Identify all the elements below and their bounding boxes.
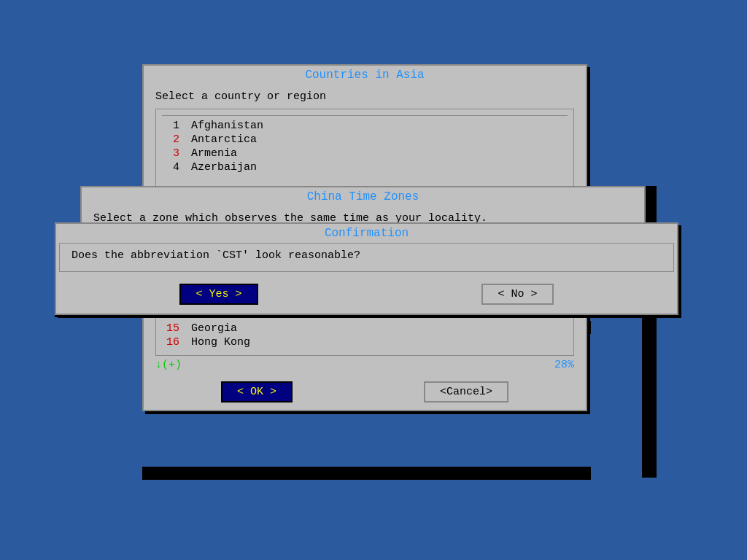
timezone-title-text: China Time Zones <box>307 190 419 203</box>
countries-window: Countries in Asia Select a country or re… <box>142 64 587 203</box>
cancel-button[interactable]: <Cancel> <box>424 381 508 402</box>
item-name: Hong Kong <box>191 336 250 349</box>
confirm-title: Confirmation <box>56 224 677 243</box>
confirmation-window: Confirmation Does the abbreviation `CST'… <box>55 222 678 315</box>
item-name: Afghanistan <box>191 120 263 132</box>
item-num: 2 <box>162 133 179 146</box>
list-item[interactable]: 15 Georgia <box>162 322 568 335</box>
no-button[interactable]: < No > <box>481 284 553 305</box>
ok-button[interactable]: < OK > <box>221 381 293 402</box>
item-num: 15 <box>162 322 179 335</box>
list-item[interactable]: 2 Antarctica <box>162 133 568 147</box>
countries-window-bottom: 15 Georgia 16 Hong Kong ↓(+) 28% < OK > … <box>142 314 587 411</box>
countries-button-row: < OK > <Cancel> <box>144 374 586 410</box>
countries-footer: ↓(+) 28% <box>144 356 586 374</box>
item-name: Armenia <box>191 147 237 160</box>
item-num: 16 <box>162 336 179 349</box>
list-item[interactable]: 4 Azerbaijan <box>162 160 568 174</box>
item-num: 3 <box>162 147 179 160</box>
confirm-button-row: < Yes > < No > <box>56 278 677 314</box>
countries-title: Countries in Asia <box>144 66 586 85</box>
timezone-title: China Time Zones <box>82 187 644 206</box>
list-item[interactable]: 1 Afghanistan <box>162 119 568 133</box>
item-name: Georgia <box>191 322 237 335</box>
countries-list-bottom: 15 Georgia 16 Hong Kong <box>155 315 574 356</box>
confirm-question: Does the abbreviation `CST' look reasona… <box>59 243 674 272</box>
list-item[interactable]: 3 Armenia <box>162 147 568 160</box>
confirm-question-text: Does the abbreviation `CST' look reasona… <box>71 249 360 262</box>
item-name: Azerbaijan <box>191 161 257 174</box>
countries-subtitle: Select a country or region <box>155 90 574 103</box>
yes-button[interactable]: < Yes > <box>179 284 258 305</box>
item-name: Antarctica <box>191 133 257 146</box>
list-item[interactable]: 16 Hong Kong <box>162 335 568 349</box>
separator-bar-2 <box>142 467 591 480</box>
confirm-title-text: Confirmation <box>325 227 409 240</box>
countries-title-text: Countries in Asia <box>305 69 424 82</box>
scroll-indicator: ↓(+) <box>155 359 182 371</box>
progress-indicator: 28% <box>554 359 574 371</box>
item-num: 1 <box>162 120 179 132</box>
item-num: 4 <box>162 161 179 174</box>
countries-list: 1 Afghanistan 2 Antarctica 3 Armenia 4 A… <box>155 109 574 196</box>
